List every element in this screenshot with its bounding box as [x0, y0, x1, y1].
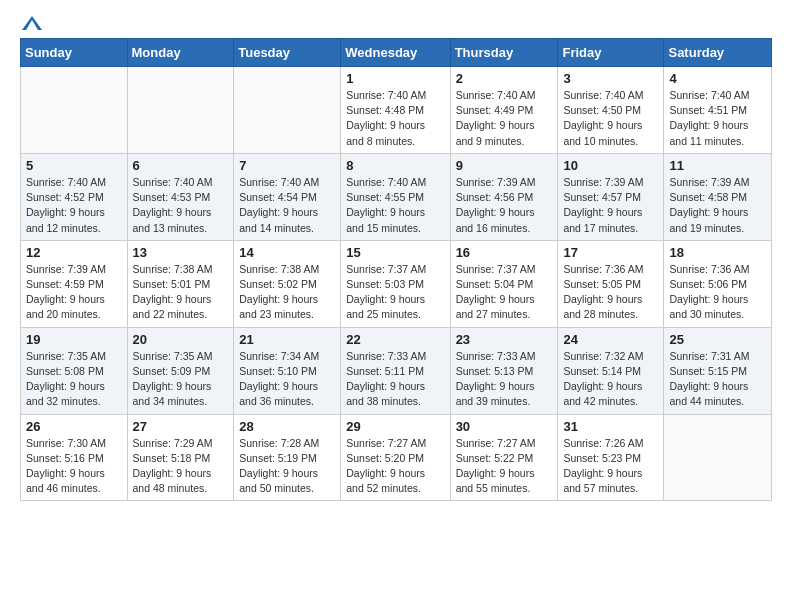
calendar-week-2: 5Sunrise: 7:40 AM Sunset: 4:52 PM Daylig… — [21, 153, 772, 240]
day-info: Sunrise: 7:33 AM Sunset: 5:13 PM Dayligh… — [456, 349, 553, 410]
day-info: Sunrise: 7:40 AM Sunset: 4:48 PM Dayligh… — [346, 88, 444, 149]
calendar-cell — [127, 67, 234, 154]
day-info: Sunrise: 7:39 AM Sunset: 4:56 PM Dayligh… — [456, 175, 553, 236]
calendar-cell: 10Sunrise: 7:39 AM Sunset: 4:57 PM Dayli… — [558, 153, 664, 240]
day-info: Sunrise: 7:38 AM Sunset: 5:02 PM Dayligh… — [239, 262, 335, 323]
day-info: Sunrise: 7:28 AM Sunset: 5:19 PM Dayligh… — [239, 436, 335, 497]
calendar-cell: 29Sunrise: 7:27 AM Sunset: 5:20 PM Dayli… — [341, 414, 450, 501]
calendar-cell: 25Sunrise: 7:31 AM Sunset: 5:15 PM Dayli… — [664, 327, 772, 414]
day-info: Sunrise: 7:39 AM Sunset: 4:58 PM Dayligh… — [669, 175, 766, 236]
calendar-body: 1Sunrise: 7:40 AM Sunset: 4:48 PM Daylig… — [21, 67, 772, 501]
day-info: Sunrise: 7:37 AM Sunset: 5:03 PM Dayligh… — [346, 262, 444, 323]
weekday-row: SundayMondayTuesdayWednesdayThursdayFrid… — [21, 39, 772, 67]
page: SundayMondayTuesdayWednesdayThursdayFrid… — [0, 0, 792, 519]
day-info: Sunrise: 7:35 AM Sunset: 5:09 PM Dayligh… — [133, 349, 229, 410]
day-info: Sunrise: 7:40 AM Sunset: 4:54 PM Dayligh… — [239, 175, 335, 236]
calendar-cell: 7Sunrise: 7:40 AM Sunset: 4:54 PM Daylig… — [234, 153, 341, 240]
day-number: 1 — [346, 71, 444, 86]
calendar-cell: 28Sunrise: 7:28 AM Sunset: 5:19 PM Dayli… — [234, 414, 341, 501]
day-number: 17 — [563, 245, 658, 260]
calendar-cell: 19Sunrise: 7:35 AM Sunset: 5:08 PM Dayli… — [21, 327, 128, 414]
calendar-cell — [664, 414, 772, 501]
day-number: 22 — [346, 332, 444, 347]
day-number: 12 — [26, 245, 122, 260]
day-info: Sunrise: 7:40 AM Sunset: 4:50 PM Dayligh… — [563, 88, 658, 149]
calendar-cell: 31Sunrise: 7:26 AM Sunset: 5:23 PM Dayli… — [558, 414, 664, 501]
day-number: 11 — [669, 158, 766, 173]
day-number: 16 — [456, 245, 553, 260]
logo — [20, 18, 42, 28]
day-number: 4 — [669, 71, 766, 86]
weekday-header-sunday: Sunday — [21, 39, 128, 67]
day-number: 5 — [26, 158, 122, 173]
calendar-header: SundayMondayTuesdayWednesdayThursdayFrid… — [21, 39, 772, 67]
day-info: Sunrise: 7:39 AM Sunset: 4:59 PM Dayligh… — [26, 262, 122, 323]
calendar-cell: 8Sunrise: 7:40 AM Sunset: 4:55 PM Daylig… — [341, 153, 450, 240]
calendar-cell: 18Sunrise: 7:36 AM Sunset: 5:06 PM Dayli… — [664, 240, 772, 327]
day-number: 24 — [563, 332, 658, 347]
calendar-cell — [234, 67, 341, 154]
calendar-cell: 5Sunrise: 7:40 AM Sunset: 4:52 PM Daylig… — [21, 153, 128, 240]
calendar-cell: 24Sunrise: 7:32 AM Sunset: 5:14 PM Dayli… — [558, 327, 664, 414]
day-number: 23 — [456, 332, 553, 347]
day-number: 26 — [26, 419, 122, 434]
day-info: Sunrise: 7:35 AM Sunset: 5:08 PM Dayligh… — [26, 349, 122, 410]
day-number: 28 — [239, 419, 335, 434]
calendar-cell: 22Sunrise: 7:33 AM Sunset: 5:11 PM Dayli… — [341, 327, 450, 414]
day-number: 18 — [669, 245, 766, 260]
day-info: Sunrise: 7:36 AM Sunset: 5:06 PM Dayligh… — [669, 262, 766, 323]
calendar-cell: 6Sunrise: 7:40 AM Sunset: 4:53 PM Daylig… — [127, 153, 234, 240]
calendar-cell: 11Sunrise: 7:39 AM Sunset: 4:58 PM Dayli… — [664, 153, 772, 240]
day-number: 30 — [456, 419, 553, 434]
day-number: 15 — [346, 245, 444, 260]
calendar-cell: 9Sunrise: 7:39 AM Sunset: 4:56 PM Daylig… — [450, 153, 558, 240]
day-info: Sunrise: 7:40 AM Sunset: 4:49 PM Dayligh… — [456, 88, 553, 149]
header — [20, 18, 772, 28]
day-info: Sunrise: 7:39 AM Sunset: 4:57 PM Dayligh… — [563, 175, 658, 236]
day-info: Sunrise: 7:38 AM Sunset: 5:01 PM Dayligh… — [133, 262, 229, 323]
day-info: Sunrise: 7:36 AM Sunset: 5:05 PM Dayligh… — [563, 262, 658, 323]
day-info: Sunrise: 7:33 AM Sunset: 5:11 PM Dayligh… — [346, 349, 444, 410]
calendar-week-1: 1Sunrise: 7:40 AM Sunset: 4:48 PM Daylig… — [21, 67, 772, 154]
calendar-cell: 4Sunrise: 7:40 AM Sunset: 4:51 PM Daylig… — [664, 67, 772, 154]
weekday-header-thursday: Thursday — [450, 39, 558, 67]
day-number: 3 — [563, 71, 658, 86]
day-number: 6 — [133, 158, 229, 173]
day-number: 9 — [456, 158, 553, 173]
day-info: Sunrise: 7:27 AM Sunset: 5:22 PM Dayligh… — [456, 436, 553, 497]
calendar-cell: 1Sunrise: 7:40 AM Sunset: 4:48 PM Daylig… — [341, 67, 450, 154]
calendar-cell: 23Sunrise: 7:33 AM Sunset: 5:13 PM Dayli… — [450, 327, 558, 414]
day-number: 27 — [133, 419, 229, 434]
calendar: SundayMondayTuesdayWednesdayThursdayFrid… — [20, 38, 772, 501]
day-number: 13 — [133, 245, 229, 260]
day-number: 20 — [133, 332, 229, 347]
weekday-header-friday: Friday — [558, 39, 664, 67]
calendar-cell: 21Sunrise: 7:34 AM Sunset: 5:10 PM Dayli… — [234, 327, 341, 414]
day-info: Sunrise: 7:26 AM Sunset: 5:23 PM Dayligh… — [563, 436, 658, 497]
day-info: Sunrise: 7:40 AM Sunset: 4:52 PM Dayligh… — [26, 175, 122, 236]
logo-icon — [22, 16, 42, 32]
day-info: Sunrise: 7:40 AM Sunset: 4:51 PM Dayligh… — [669, 88, 766, 149]
day-info: Sunrise: 7:27 AM Sunset: 5:20 PM Dayligh… — [346, 436, 444, 497]
day-info: Sunrise: 7:32 AM Sunset: 5:14 PM Dayligh… — [563, 349, 658, 410]
day-number: 19 — [26, 332, 122, 347]
calendar-week-5: 26Sunrise: 7:30 AM Sunset: 5:16 PM Dayli… — [21, 414, 772, 501]
calendar-week-4: 19Sunrise: 7:35 AM Sunset: 5:08 PM Dayli… — [21, 327, 772, 414]
calendar-cell: 30Sunrise: 7:27 AM Sunset: 5:22 PM Dayli… — [450, 414, 558, 501]
day-info: Sunrise: 7:40 AM Sunset: 4:55 PM Dayligh… — [346, 175, 444, 236]
day-number: 21 — [239, 332, 335, 347]
day-number: 8 — [346, 158, 444, 173]
calendar-cell: 20Sunrise: 7:35 AM Sunset: 5:09 PM Dayli… — [127, 327, 234, 414]
calendar-cell: 15Sunrise: 7:37 AM Sunset: 5:03 PM Dayli… — [341, 240, 450, 327]
day-number: 14 — [239, 245, 335, 260]
calendar-week-3: 12Sunrise: 7:39 AM Sunset: 4:59 PM Dayli… — [21, 240, 772, 327]
day-info: Sunrise: 7:40 AM Sunset: 4:53 PM Dayligh… — [133, 175, 229, 236]
weekday-header-tuesday: Tuesday — [234, 39, 341, 67]
day-info: Sunrise: 7:29 AM Sunset: 5:18 PM Dayligh… — [133, 436, 229, 497]
day-number: 2 — [456, 71, 553, 86]
calendar-cell: 13Sunrise: 7:38 AM Sunset: 5:01 PM Dayli… — [127, 240, 234, 327]
day-info: Sunrise: 7:30 AM Sunset: 5:16 PM Dayligh… — [26, 436, 122, 497]
weekday-header-monday: Monday — [127, 39, 234, 67]
day-number: 7 — [239, 158, 335, 173]
calendar-cell: 16Sunrise: 7:37 AM Sunset: 5:04 PM Dayli… — [450, 240, 558, 327]
